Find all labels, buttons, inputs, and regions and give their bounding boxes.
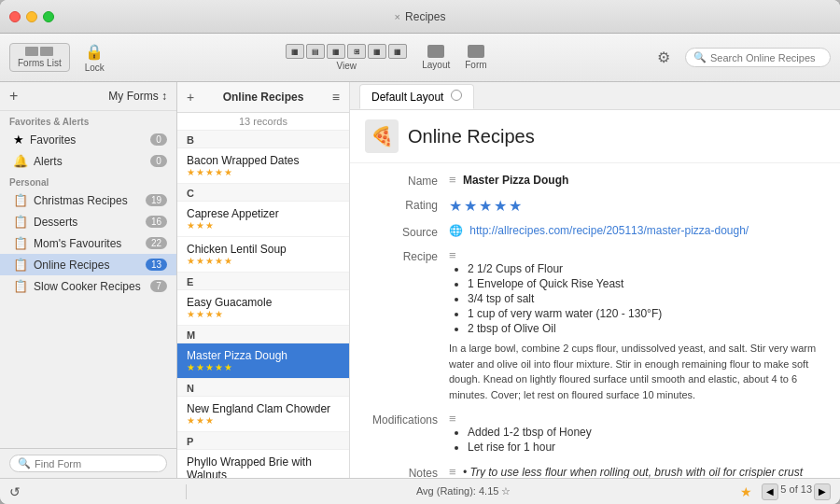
window-controls [9, 11, 54, 22]
refresh-icon[interactable]: ↺ [9, 484, 21, 499]
sidebar-item-christmas[interactable]: 📋 Christmas Recipes 19 [0, 189, 176, 211]
statusbar: ↺ Avg (Rating): 4.15 ☆ ★ ◀ 5 of 13 ▶ [0, 478, 840, 504]
name-row: Name ≡ Master Pizza Dough [365, 173, 825, 188]
item-name-phyllo: Phyllo Wrapped Brie with Walnuts [187, 455, 340, 478]
sidebar-item-favorites-left: ★ Favorites [13, 133, 76, 147]
modifications-value: ≡ Added 1-2 tbsp of Honey Let rise for 1… [449, 412, 825, 455]
detail-header-icon: 🍕 [365, 119, 399, 153]
detail-tabs: Default Layout [350, 82, 840, 110]
sidebar-item-moms[interactable]: 📋 Mom's Favourites 22 [0, 232, 176, 254]
view-icon-2[interactable]: ▤ [306, 44, 325, 59]
statusbar-star-icon[interactable]: ★ [740, 484, 752, 499]
section-header-n: N [177, 379, 349, 397]
next-button[interactable]: ▶ [814, 483, 831, 500]
list-scroll[interactable]: B Bacon Wrapped Dates ★★★★★ C Caprese Ap… [177, 131, 349, 478]
detail-panel: Default Layout 🍕 Online Recipes Name ≡ M… [350, 82, 840, 478]
avg-rating: Avg (Rating): 4.15 ☆ [416, 485, 511, 497]
online-label: Online Recipes [34, 259, 109, 272]
view-icon-4[interactable]: ⊞ [347, 44, 366, 59]
alerts-label: Alerts [34, 155, 63, 168]
tab-default-layout[interactable]: Default Layout [359, 84, 474, 109]
sidebar-item-slow[interactable]: 📋 Slow Cooker Recipes 7 [0, 275, 176, 297]
notes-row: Notes ≡ • Try to use less flour when rol… [365, 465, 825, 478]
recipe-label: Recipe [365, 248, 449, 402]
mod-item-1: Let rise for 1 hour [468, 441, 825, 454]
view-icon-3[interactable]: ▦ [327, 44, 345, 59]
christmas-badge: 19 [146, 194, 167, 206]
item-name-chicken: Chicken Lentil Soup [187, 243, 340, 256]
tab-close-icon[interactable]: × [395, 11, 400, 22]
list-item-phyllo[interactable]: Phyllo Wrapped Brie with Walnuts ★★★★ [177, 450, 349, 478]
view-section: ▦ ▤ ▦ ⊞ ▦ ▦ View [286, 44, 407, 71]
sidebar-item-alerts[interactable]: 🔔 Alerts 0 [0, 150, 176, 172]
sidebar-item-online-left: 📋 Online Recipes [13, 258, 109, 272]
recipe-field-icon: ≡ [449, 248, 456, 262]
search-input[interactable] [710, 52, 822, 63]
list-item-caprese[interactable]: Caprese Appetizer ★★★ [177, 202, 349, 237]
form-section: Form [465, 45, 486, 70]
list-item-pizza[interactable]: Master Pizza Dough ★★★★★ [177, 343, 349, 379]
online-badge: 13 [146, 259, 167, 271]
maximize-button[interactable] [43, 11, 54, 22]
lock-button[interactable]: 🔒 Lock [77, 39, 112, 77]
list-item-chicken[interactable]: Chicken Lentil Soup ★★★★★ [177, 237, 349, 273]
sidebar-header: + My Forms ↕ [0, 82, 176, 111]
list-add-button[interactable]: + [187, 90, 194, 105]
sidebar-add-button[interactable]: + [9, 88, 18, 105]
source-label: Source [365, 224, 449, 239]
search-box[interactable]: 🔍 [685, 48, 831, 67]
recipe-item-4: 2 tbsp of Olive Oil [468, 322, 825, 335]
sidebar-item-christmas-left: 📋 Christmas Recipes [13, 193, 128, 207]
list-item-guac[interactable]: Easy Guacamole ★★★★ [177, 290, 349, 326]
recipe-value: ≡ 2 1/2 Cups of Flour 1 Envelope of Quic… [449, 248, 825, 402]
view-icon-1[interactable]: ▦ [286, 44, 304, 59]
find-form-input[interactable] [35, 458, 159, 469]
minimize-button[interactable] [26, 11, 37, 22]
favorites-badge: 0 [150, 133, 167, 146]
view-icon-5[interactable]: ▦ [368, 44, 386, 59]
lock-label: Lock [85, 63, 105, 73]
forms-list-button[interactable]: Forms List [9, 43, 70, 72]
list-records-count: 13 records [177, 113, 349, 131]
sidebar-item-online[interactable]: 📋 Online Recipes 13 [0, 254, 176, 275]
rating-value: ★★★★★ [449, 197, 825, 215]
item-name-guac: Easy Guacamole [187, 296, 340, 309]
source-link[interactable]: http://allrecipes.com/recipe/205113/mast… [469, 224, 749, 237]
item-name-caprese: Caprese Appetizer [187, 207, 340, 220]
moms-icon: 📋 [13, 236, 28, 250]
detail-body[interactable]: Name ≡ Master Pizza Dough Rating ★★★★★ S… [350, 163, 840, 478]
gear-button[interactable]: ⚙ [657, 49, 670, 66]
alerts-badge: 0 [150, 155, 167, 167]
sidebar-item-desserts[interactable]: 📋 Desserts 16 [0, 211, 176, 232]
close-button[interactable] [9, 11, 21, 22]
item-name-clam: New England Clam Chowder [187, 402, 340, 415]
section-header-e: E [177, 273, 349, 290]
page-info: 5 of 13 [780, 483, 812, 500]
sidebar-search[interactable]: 🔍 [9, 455, 167, 472]
alerts-icon: 🔔 [13, 154, 28, 168]
item-stars-guac: ★★★★ [187, 309, 340, 319]
view-icon-6[interactable]: ▦ [388, 44, 407, 59]
prev-button[interactable]: ◀ [762, 483, 778, 500]
mod-item-0: Added 1-2 tbsp of Honey [468, 426, 825, 439]
navigation-controls: ◀ 5 of 13 ▶ [762, 483, 831, 500]
list-item-clam[interactable]: New England Clam Chowder ★★★ [177, 397, 349, 432]
source-value: 🌐 http://allrecipes.com/recipe/205113/ma… [449, 224, 825, 239]
search-icon: 🔍 [693, 51, 707, 63]
sidebar-item-alerts-left: 🔔 Alerts [13, 154, 63, 168]
list-panel-header: + Online Recipes ≡ [177, 82, 349, 113]
modifications-label: Modifications [365, 412, 449, 455]
sidebar-item-slow-left: 📋 Slow Cooker Recipes [13, 279, 141, 293]
section-header-m: M [177, 326, 349, 343]
list-item-bacon[interactable]: Bacon Wrapped Dates ★★★★★ [177, 148, 349, 184]
sidebar-item-moms-left: 📋 Mom's Favourites [13, 236, 121, 250]
slow-icon: 📋 [13, 279, 28, 293]
online-icon: 📋 [13, 258, 28, 272]
favorites-alerts-section: Favorites & Alerts [0, 111, 176, 129]
section-header-b: B [177, 131, 349, 148]
name-value: ≡ Master Pizza Dough [449, 173, 825, 188]
christmas-icon: 📋 [13, 193, 28, 207]
sidebar-item-favorites[interactable]: ★ Favorites 0 [0, 129, 176, 150]
my-forms-title: My Forms ↕ [108, 90, 167, 103]
list-filter-button[interactable]: ≡ [332, 90, 340, 105]
